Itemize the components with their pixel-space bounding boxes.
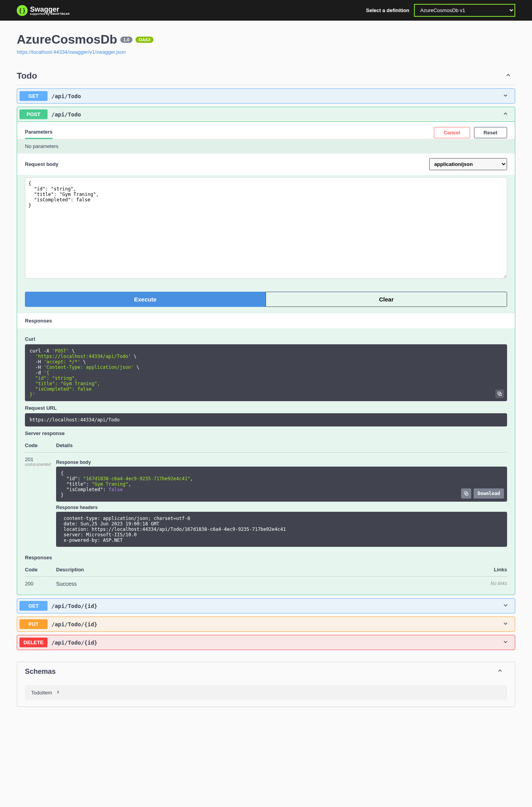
method-badge: PUT: [19, 619, 48, 629]
chevron-up-icon: [502, 111, 509, 118]
chevron-up-icon: [497, 668, 503, 676]
request-url-box: https://localhost:44334/api/Todo: [25, 413, 507, 426]
method-badge: GET: [19, 91, 48, 101]
operation-post-todo: POST /api/Todo Parameters Cancel Reset N…: [17, 107, 515, 595]
operation-summary[interactable]: GET /api/Todo: [17, 89, 515, 103]
col-code-header: Code: [25, 567, 56, 573]
version-badge: 1.0: [120, 37, 132, 43]
copy-icon[interactable]: [495, 389, 504, 398]
request-body-label: Request body: [25, 161, 58, 167]
curl-command-box: curl -X 'POST' \ 'https://localhost:4433…: [25, 344, 507, 401]
curl-label: Curl: [25, 336, 507, 342]
col-code-header: Code: [25, 442, 56, 448]
response-headers-label: Response headers: [56, 505, 507, 510]
col-details-header: Details: [56, 442, 507, 448]
content-type-select[interactable]: application/json: [429, 158, 507, 170]
schema-name: TodoItem: [31, 690, 52, 696]
col-links-header: Links: [476, 567, 507, 573]
copy-icon[interactable]: [461, 488, 471, 499]
server-response-row: 201 undocumented Response body { "id": "…: [25, 453, 507, 551]
operation-delete-todo: DELETE /api/Todo/{id}: [17, 635, 515, 650]
brand-subtext: supported by SMARTBEAR: [30, 12, 70, 15]
clear-button[interactable]: Clear: [266, 292, 507, 307]
request-body-editor[interactable]: [25, 177, 507, 278]
operation-path: /api/Todo/{id}: [51, 640, 97, 646]
api-title: AzureCosmosDb: [17, 32, 117, 47]
col-description-header: Description: [56, 567, 476, 573]
swagger-logo: { } Swagger supported by SMARTBEAR: [17, 5, 70, 16]
method-badge: GET: [19, 601, 48, 611]
oas-badge: OAS3: [136, 37, 153, 43]
no-parameters-text: No parameters: [25, 143, 58, 149]
operation-path: /api/Todo/{id}: [51, 603, 97, 609]
no-links-text: No links: [476, 581, 507, 586]
responses-header: Responses: [17, 313, 515, 328]
response-body-box: { "id": "167d1838-c6a4-4ec9-9235-717be92…: [56, 467, 507, 502]
operation-path: /api/Todo/{id}: [51, 621, 97, 627]
response-code: 201: [25, 456, 56, 462]
response-body-label: Response body: [56, 460, 507, 465]
response-headers-box: content-type: application/json; charset=…: [56, 512, 507, 547]
reset-button[interactable]: Reset: [474, 127, 507, 138]
chevron-down-icon: [502, 639, 509, 647]
request-url-label: Request URL: [25, 405, 507, 411]
operation-summary[interactable]: PUT /api/Todo/{id}: [17, 617, 515, 631]
response-code: 200: [25, 581, 56, 587]
download-button[interactable]: Download: [474, 488, 504, 499]
schemas-header[interactable]: Schemas: [17, 662, 515, 681]
operation-summary[interactable]: POST /api/Todo: [17, 107, 515, 122]
cancel-button[interactable]: Cancel: [434, 127, 470, 138]
operation-get-todo: GET /api/Todo: [17, 88, 515, 104]
brand-text: Swagger: [30, 5, 59, 13]
operation-path: /api/Todo: [51, 93, 81, 99]
operation-summary[interactable]: GET /api/Todo/{id}: [17, 599, 515, 613]
schemas-title: Schemas: [25, 668, 56, 676]
undocumented-label: undocumented: [25, 462, 56, 467]
tag-name: Todo: [17, 71, 37, 81]
method-badge: DELETE: [19, 638, 48, 647]
chevron-down-icon: [502, 620, 509, 628]
execute-button[interactable]: Execute: [25, 292, 266, 307]
tag-todo[interactable]: Todo: [17, 67, 515, 85]
operation-path: /api/Todo: [51, 111, 81, 118]
operation-put-todo: PUT /api/Todo/{id}: [17, 617, 515, 632]
chevron-up-icon: [505, 72, 511, 80]
operation-get-todo-by-id: GET /api/Todo/{id}: [17, 598, 515, 613]
operation-summary[interactable]: DELETE /api/Todo/{id}: [17, 635, 515, 650]
schemas-section: Schemas TodoItem: [17, 662, 515, 707]
chevron-down-icon: [502, 92, 509, 100]
parameters-tab[interactable]: Parameters: [25, 126, 53, 139]
chevron-down-icon: [502, 602, 509, 610]
definition-label: Select a definition: [366, 7, 409, 13]
documented-response-row: 200 Success No links: [25, 577, 507, 591]
method-badge: POST: [19, 109, 48, 119]
spec-url-link[interactable]: https://localhost:44334/swagger/v1/swagg…: [17, 49, 126, 55]
definition-select[interactable]: AzureCosmosDb v1: [414, 4, 515, 17]
server-response-label: Server response: [25, 430, 507, 436]
topbar: { } Swagger supported by SMARTBEAR Selec…: [0, 0, 532, 21]
schema-item-todoitem[interactable]: TodoItem: [25, 685, 507, 700]
chevron-right-icon: [56, 690, 60, 696]
documented-responses-label: Responses: [25, 555, 507, 560]
response-description: Success: [56, 581, 476, 587]
